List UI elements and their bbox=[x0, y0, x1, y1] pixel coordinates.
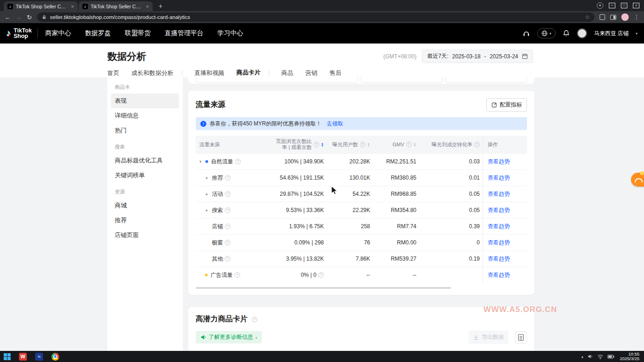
view-trend-link[interactable]: 查看趋势 bbox=[488, 239, 510, 247]
tab-close-icon[interactable]: × bbox=[146, 4, 149, 9]
window-minimize-button[interactable]: ─ bbox=[609, 3, 615, 8]
sidebar-item-mall[interactable]: 商城 bbox=[111, 198, 179, 213]
table-row-organic: ▾ 自然流量 100% | 349.90K 202.28K RM2,251.51… bbox=[196, 153, 527, 169]
configure-metrics-button[interactable]: 配置指标 bbox=[486, 98, 527, 112]
address-bar[interactable]: seller.tiktokglobalshop.com/compass/prod… bbox=[37, 12, 594, 22]
network-icon[interactable] bbox=[597, 354, 603, 359]
help-icon[interactable] bbox=[225, 240, 230, 245]
sort-icons[interactable]: ▲▼ bbox=[321, 142, 324, 147]
users-value: 258 bbox=[328, 218, 374, 234]
side-panel-icon[interactable] bbox=[610, 15, 616, 20]
sidebar-item-recommend[interactable]: 推荐 bbox=[111, 213, 179, 228]
sidebar-item-shop-page[interactable]: 店铺页面 bbox=[111, 228, 179, 243]
help-icon[interactable] bbox=[235, 159, 241, 164]
sort-desc-icon[interactable]: ▼ bbox=[367, 144, 370, 147]
nav-item-seller-center[interactable]: 商家中心 bbox=[45, 29, 71, 37]
tiktok-favicon-icon: ♪ bbox=[7, 4, 13, 9]
sidebar-item-performance[interactable]: 表现 bbox=[111, 94, 179, 108]
help-icon[interactable] bbox=[474, 142, 480, 147]
help-icon[interactable] bbox=[360, 142, 365, 147]
tab-search-icon[interactable]: ▾ bbox=[597, 2, 603, 9]
browser-tab-2[interactable]: ♪ TikTok Shop Seller Center | Cr × bbox=[79, 1, 153, 11]
traffic-table-header: 流量来源 页面浏览次数比率 | 观看次数 ▲▼ 曝光用户数 ▲▼ GM bbox=[196, 136, 527, 153]
windows-start-button[interactable] bbox=[4, 353, 11, 360]
view-trend-link[interactable]: 查看趋势 bbox=[488, 206, 510, 214]
expand-chevron-icon[interactable]: ▸ bbox=[206, 175, 212, 180]
sort-desc-icon[interactable]: ▼ bbox=[321, 144, 324, 147]
shop-avatar[interactable] bbox=[577, 28, 587, 38]
tab-close-icon[interactable]: × bbox=[71, 4, 74, 9]
date-range-picker[interactable]: 最近7天: 2025-03-18 - 2025-03-24 bbox=[422, 50, 533, 63]
help-icon[interactable] bbox=[225, 207, 230, 213]
volume-icon[interactable] bbox=[588, 354, 593, 359]
coupon-banner-text: 恭喜你，获得450 MYR的限时优惠券待领取！ bbox=[210, 120, 322, 128]
chrome-icon[interactable] bbox=[51, 353, 59, 361]
sort-icons[interactable]: ▲▼ bbox=[414, 142, 416, 147]
expand-chevron-icon[interactable]: ▸ bbox=[206, 192, 212, 196]
taskbar-app-wave-icon[interactable]: ≈ bbox=[35, 353, 43, 361]
support-widget-icon[interactable] bbox=[631, 173, 644, 187]
headset-icon[interactable] bbox=[522, 30, 530, 37]
sidebar-section-product-card: 商品卡 bbox=[107, 84, 183, 91]
users-value: -- bbox=[328, 267, 374, 283]
sidebar: 商品卡 表现 详细信息 热门 搜索 商品标题优化工具 关键词榜单 资源 商城 推… bbox=[107, 77, 183, 351]
sort-icons[interactable]: ▲▼ bbox=[367, 142, 370, 147]
shop-name[interactable]: 马来西亚 店铺 bbox=[594, 30, 629, 37]
window-close-button[interactable]: × bbox=[633, 3, 639, 8]
view-trend-link[interactable]: 查看趋势 bbox=[488, 271, 510, 279]
sidebar-item-keyword-ranking[interactable]: 关键词榜单 bbox=[111, 168, 179, 183]
sort-desc-icon[interactable]: ▼ bbox=[414, 144, 416, 147]
help-icon[interactable] bbox=[406, 142, 412, 147]
col-exposed-users: 曝光用户数 bbox=[333, 141, 358, 148]
browser-tab-1[interactable]: ♪ TikTok Shop Seller Center | Cr × bbox=[4, 1, 78, 11]
battery-icon[interactable] bbox=[607, 355, 614, 359]
nav-item-live-manage[interactable]: 直播管理平台 bbox=[165, 29, 204, 37]
window-maximize-button[interactable]: □ bbox=[621, 3, 627, 8]
nav-item-learning-center[interactable]: 学习中心 bbox=[217, 29, 243, 37]
help-icon[interactable] bbox=[225, 175, 230, 181]
browser-profile-avatar[interactable] bbox=[621, 13, 629, 21]
view-trend-link[interactable]: 查看趋势 bbox=[488, 255, 510, 263]
help-icon[interactable] bbox=[225, 224, 230, 229]
export-data-button[interactable]: 导出数据 bbox=[469, 331, 508, 344]
nav-item-affiliate[interactable]: 联盟带货 bbox=[125, 29, 151, 37]
sidebar-item-trending[interactable]: 热门 bbox=[111, 123, 179, 138]
bookmark-star-icon[interactable]: ☆ bbox=[585, 14, 590, 20]
help-icon[interactable] bbox=[235, 272, 240, 278]
horizontal-scrollbar[interactable] bbox=[196, 287, 451, 289]
users-value: 76 bbox=[328, 235, 374, 250]
help-icon[interactable] bbox=[225, 256, 230, 262]
language-selector[interactable]: ▾ bbox=[537, 28, 556, 38]
diagnosis-link[interactable]: 了解更多诊断信息 › bbox=[196, 331, 262, 343]
collapse-chevron-icon[interactable]: ▾ bbox=[199, 159, 205, 164]
help-icon[interactable] bbox=[252, 317, 257, 322]
chevron-down-icon[interactable]: ▾ bbox=[636, 31, 638, 36]
report-button[interactable] bbox=[515, 331, 527, 343]
view-trend-link[interactable]: 查看趋势 bbox=[488, 174, 510, 182]
reload-icon[interactable]: ↻ bbox=[27, 14, 32, 20]
sidebar-item-details[interactable]: 详细信息 bbox=[111, 108, 179, 123]
sidebar-item-title-optimizer[interactable]: 商品标题优化工具 bbox=[111, 153, 179, 168]
cvr-value: 0.05 bbox=[420, 202, 483, 218]
expand-chevron-icon[interactable]: ▸ bbox=[206, 208, 212, 212]
view-trend-link[interactable]: 查看趋势 bbox=[488, 190, 510, 198]
forward-icon[interactable]: → bbox=[16, 14, 22, 20]
table-row-shop: 店铺 1.93% | 6.75K 258 RM7.74 0.39 查看趋势 bbox=[196, 218, 527, 234]
tray-expand-icon[interactable]: ▴ bbox=[582, 355, 583, 359]
help-icon[interactable] bbox=[318, 272, 324, 278]
back-icon[interactable]: ← bbox=[5, 14, 11, 20]
new-tab-button[interactable]: + bbox=[156, 2, 165, 10]
view-trend-link[interactable]: 查看趋势 bbox=[488, 158, 510, 166]
claim-coupon-link[interactable]: 去领取 bbox=[327, 120, 343, 128]
nav-item-data-compass[interactable]: 数据罗盘 bbox=[85, 29, 111, 37]
help-icon[interactable] bbox=[314, 142, 319, 147]
bell-icon[interactable] bbox=[563, 30, 570, 37]
extensions-icon[interactable] bbox=[600, 14, 605, 20]
globe-icon bbox=[541, 30, 548, 37]
metric-box-partial bbox=[196, 77, 358, 83]
taskbar-app-w-icon[interactable] bbox=[19, 353, 27, 361]
help-icon[interactable] bbox=[225, 191, 230, 197]
taskbar-clock[interactable]: 10:55 2025/3/25 bbox=[620, 352, 639, 362]
view-trend-link[interactable]: 查看趋势 bbox=[488, 223, 510, 231]
browser-menu-icon[interactable]: ⋮ bbox=[634, 14, 639, 20]
